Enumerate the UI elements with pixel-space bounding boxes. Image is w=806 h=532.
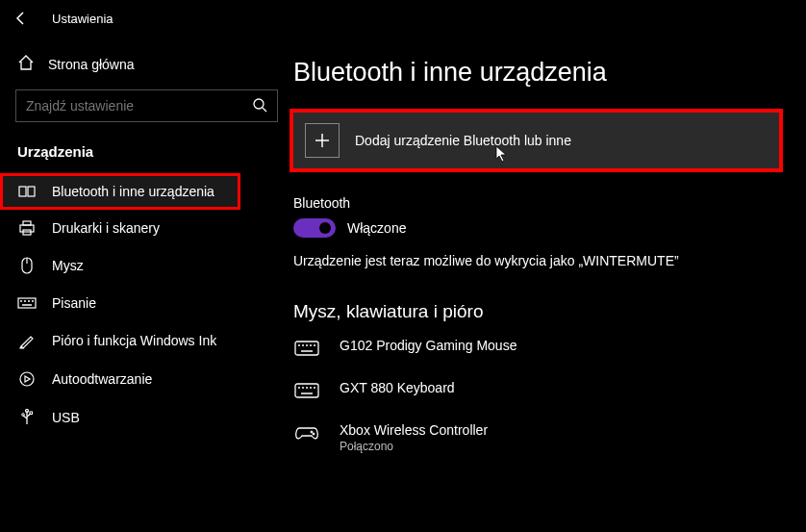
keyboard-icon — [17, 296, 37, 310]
sidebar-item-label: Bluetooth i inne urządzenia — [52, 184, 214, 199]
bluetooth-label: Bluetooth — [293, 195, 779, 211]
home-link[interactable]: Strona główna — [0, 48, 293, 80]
main-content: Bluetooth i inne urządzenia Dodaj urządz… — [293, 37, 806, 532]
plus-icon — [305, 123, 340, 158]
mouse-icon — [17, 257, 37, 274]
sidebar: Strona główna Urządzenia Bluetooth i inn… — [0, 37, 293, 532]
gamepad-icon — [293, 424, 320, 442]
svg-rect-8 — [18, 298, 36, 308]
toggle-knob — [319, 222, 331, 234]
search-box[interactable] — [15, 89, 278, 122]
svg-rect-21 — [295, 342, 318, 355]
svg-point-36 — [313, 433, 315, 435]
svg-point-17 — [22, 414, 25, 417]
pen-icon — [17, 332, 37, 349]
section-label: Urządzenia — [0, 136, 293, 173]
titlebar: Ustawienia — [0, 0, 806, 37]
svg-rect-4 — [23, 221, 31, 225]
sidebar-item-label: Autoodtwarzanie — [52, 371, 152, 387]
svg-rect-28 — [295, 384, 318, 397]
sidebar-item-label: Drukarki i skanery — [52, 220, 160, 236]
back-button[interactable] — [10, 7, 33, 30]
page-title: Bluetooth i inne urządzenia — [293, 58, 779, 88]
svg-rect-18 — [30, 412, 33, 415]
svg-point-14 — [20, 372, 34, 386]
devices-section-title: Mysz, klawiatura i pióro — [293, 301, 779, 322]
printer-icon — [17, 220, 37, 236]
add-device-label: Dodaj urządzenie Bluetooth lub inne — [355, 133, 571, 148]
search-input[interactable] — [26, 98, 252, 114]
sidebar-item-pen[interactable]: Pióro i funkcja Windows Ink — [0, 321, 293, 360]
svg-rect-3 — [20, 225, 34, 232]
home-label: Strona główna — [48, 57, 135, 72]
window-title: Ustawienia — [52, 12, 113, 26]
usb-icon — [17, 409, 37, 426]
svg-rect-2 — [28, 187, 35, 196]
keyboard-device-icon — [293, 340, 320, 357]
toggle-state-label: Włączone — [347, 220, 406, 236]
sidebar-item-autoplay[interactable]: Autoodtwarzanie — [0, 360, 293, 398]
svg-point-35 — [311, 431, 313, 433]
sidebar-item-label: Pisanie — [52, 295, 96, 311]
search-icon — [252, 97, 267, 115]
bluetooth-devices-icon — [17, 185, 37, 198]
sidebar-item-bluetooth[interactable]: Bluetooth i inne urządzenia — [0, 173, 240, 210]
device-status: Połączono — [340, 440, 488, 453]
svg-rect-1 — [19, 187, 26, 196]
add-device-button[interactable]: Dodaj urządzenie Bluetooth lub inne — [293, 113, 779, 168]
device-row[interactable]: GXT 880 Keyboard — [293, 380, 779, 399]
device-name: GXT 880 Keyboard — [340, 380, 455, 395]
device-name: Xbox Wireless Controller — [340, 422, 488, 438]
sidebar-item-label: Mysz — [52, 258, 84, 273]
device-row[interactable]: G102 Prodigy Gaming Mouse — [293, 338, 779, 357]
sidebar-item-usb[interactable]: USB — [0, 398, 293, 437]
home-icon — [17, 54, 35, 74]
sidebar-item-typing[interactable]: Pisanie — [0, 285, 293, 321]
bluetooth-toggle[interactable] — [293, 218, 336, 238]
device-name: G102 Prodigy Gaming Mouse — [340, 338, 516, 353]
discoverable-status: Urządzenie jest teraz możliwe do wykryci… — [293, 253, 779, 268]
autoplay-icon — [17, 370, 37, 388]
svg-point-0 — [254, 99, 264, 109]
sidebar-item-mouse[interactable]: Mysz — [0, 246, 293, 285]
sidebar-item-label: Pióro i funkcja Windows Ink — [52, 333, 216, 348]
keyboard-device-icon — [293, 382, 320, 399]
sidebar-item-label: USB — [52, 410, 80, 425]
device-row[interactable]: Xbox Wireless Controller Połączono — [293, 422, 779, 453]
sidebar-item-printers[interactable]: Drukarki i skanery — [0, 210, 293, 246]
